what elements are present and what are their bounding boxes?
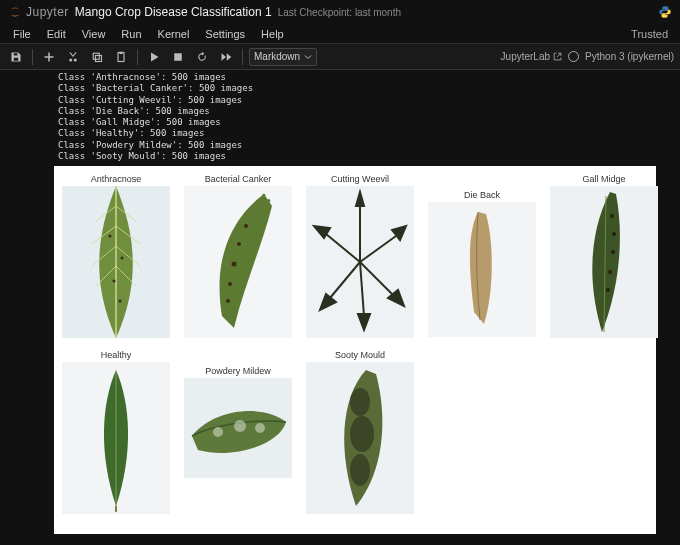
svg-point-17 [113, 280, 116, 283]
svg-point-45 [606, 288, 610, 292]
figure-caption: Cutting Weevil [331, 172, 389, 186]
menu-kernel[interactable]: Kernel [151, 26, 197, 42]
cell-output-text: Class 'Anthracnose': 500 images Class 'B… [0, 70, 680, 164]
add-cell-button[interactable] [39, 47, 59, 67]
figure-caption: Bacterial Canker [205, 172, 272, 186]
notebook-area[interactable]: Class 'Anthracnose': 500 images Class 'B… [0, 70, 680, 545]
figure-die-back: Die Back [428, 172, 536, 338]
cut-button[interactable] [63, 47, 83, 67]
plus-icon [43, 51, 55, 63]
svg-point-21 [237, 242, 241, 246]
open-jupyterlab-link[interactable]: JupyterLab [501, 51, 562, 62]
copy-button[interactable] [87, 47, 107, 67]
checkpoint-text: Last Checkpoint: last month [278, 7, 401, 18]
svg-point-50 [213, 427, 223, 437]
svg-point-23 [228, 282, 232, 286]
jupyter-brand-text: Jupyter [26, 5, 69, 19]
figure-image [184, 186, 292, 338]
stop-button[interactable] [168, 47, 188, 67]
figure-gall-midge: Gall Midge [550, 172, 658, 338]
kernel-name[interactable]: Python 3 (ipykernel) [585, 51, 674, 62]
svg-rect-3 [120, 51, 123, 53]
svg-point-15 [109, 235, 112, 238]
svg-point-43 [611, 250, 615, 254]
svg-point-52 [255, 423, 265, 433]
trusted-indicator[interactable]: Trusted [631, 28, 674, 40]
svg-rect-1 [96, 55, 102, 61]
menu-edit[interactable]: Edit [40, 26, 73, 42]
python-icon [658, 5, 672, 19]
toolbar: Markdown JupyterLab Python 3 (ipykernel) [0, 44, 680, 70]
stop-icon [172, 51, 184, 63]
svg-point-41 [610, 214, 614, 218]
chevron-down-icon [304, 53, 312, 61]
menu-view[interactable]: View [75, 26, 113, 42]
svg-point-16 [121, 257, 124, 260]
figure-image [428, 202, 536, 337]
svg-point-22 [232, 262, 237, 267]
figure-caption: Die Back [464, 172, 500, 202]
figure-image [550, 186, 658, 338]
figure-image [184, 378, 292, 478]
figure-caption: Sooty Mould [335, 348, 385, 362]
figure-image [306, 186, 414, 338]
external-link-icon [553, 52, 562, 61]
figure-bacterial-canker: Bacterial Canker [184, 172, 292, 338]
figure-caption: Healthy [101, 348, 132, 362]
figure-image [306, 362, 414, 514]
figure-image [62, 362, 170, 514]
paste-button[interactable] [111, 47, 131, 67]
menubar: File Edit View Run Kernel Settings Help … [0, 24, 680, 44]
play-icon [148, 51, 160, 63]
svg-point-18 [119, 300, 122, 303]
menu-file[interactable]: File [6, 26, 38, 42]
scissors-icon [67, 51, 79, 63]
figure-anthracnose: Anthracnose [62, 172, 170, 338]
kernel-status-indicator[interactable] [568, 51, 579, 62]
save-icon [10, 51, 22, 63]
titlebar: Jupyter Mango Crop Disease Classificatio… [0, 0, 680, 24]
svg-point-24 [226, 299, 230, 303]
menu-help[interactable]: Help [254, 26, 291, 42]
restart-icon [196, 51, 208, 63]
clipboard-icon [115, 51, 127, 63]
figure-sooty-mould: Sooty Mould [306, 348, 414, 514]
figure-healthy: Healthy [62, 348, 170, 514]
run-button[interactable] [144, 47, 164, 67]
svg-point-56 [350, 454, 370, 486]
svg-point-42 [612, 232, 616, 236]
cell-type-select[interactable]: Markdown [249, 48, 317, 66]
figure-image [62, 186, 170, 338]
fast-forward-icon [220, 51, 232, 63]
svg-point-44 [608, 270, 612, 274]
menu-run[interactable]: Run [114, 26, 148, 42]
save-button[interactable] [6, 47, 26, 67]
copy-icon [91, 51, 103, 63]
jupyter-icon [8, 5, 22, 19]
restart-button[interactable] [192, 47, 212, 67]
figure-powdery-mildew: Powdery Mildew [184, 348, 292, 514]
svg-rect-0 [93, 53, 99, 59]
svg-point-20 [244, 224, 248, 228]
figure-cutting-weevil: Cutting Weevil [306, 172, 414, 338]
svg-rect-4 [174, 53, 182, 61]
figure-caption: Anthracnose [91, 172, 142, 186]
cell-output-figure: Anthracnose Bacterial Canker Cutting Wee… [0, 164, 680, 542]
svg-point-51 [234, 420, 246, 432]
figure-caption: Powdery Mildew [205, 348, 271, 378]
svg-point-55 [350, 416, 374, 452]
restart-run-all-button[interactable] [216, 47, 236, 67]
svg-point-54 [350, 388, 370, 416]
jupyter-logo[interactable]: Jupyter [8, 5, 69, 19]
figure-caption: Gall Midge [582, 172, 625, 186]
cell-type-label: Markdown [254, 51, 300, 62]
notebook-title[interactable]: Mango Crop Disease Classification 1 [75, 5, 272, 19]
menu-settings[interactable]: Settings [198, 26, 252, 42]
